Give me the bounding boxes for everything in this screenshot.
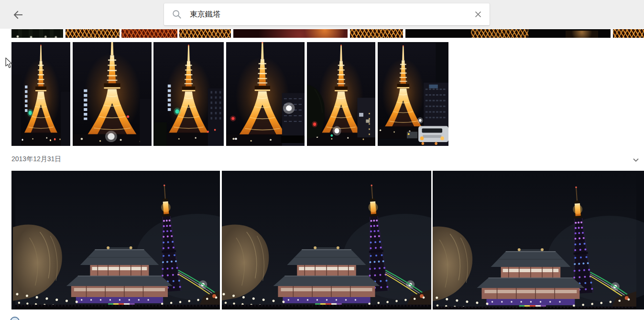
clear-search-button[interactable] bbox=[473, 9, 483, 20]
search-icon bbox=[172, 9, 182, 20]
truss-glow-patch bbox=[471, 29, 528, 38]
search-bar bbox=[164, 3, 490, 25]
photo-tokyo-tower-5[interactable] bbox=[307, 42, 375, 146]
photos-search-page: { "header": { "search_query": "東京鐵塔", "b… bbox=[0, 0, 644, 320]
photo-tokyo-tower-6[interactable] bbox=[378, 42, 448, 146]
photo-thumbnail-cropped-6[interactable] bbox=[350, 29, 403, 38]
tower-photo-art bbox=[226, 42, 305, 146]
tower-photo-art bbox=[153, 42, 224, 146]
photo-tokyo-tower-4[interactable] bbox=[226, 42, 305, 146]
temple-photo-art bbox=[222, 171, 431, 309]
tower-photo-art bbox=[11, 42, 70, 146]
photo-thumbnail-cropped-5[interactable] bbox=[233, 29, 348, 38]
window-glow-patch bbox=[566, 31, 599, 38]
photo-thumbnail-cropped-3[interactable] bbox=[121, 29, 177, 38]
tower-photo-art bbox=[307, 42, 375, 146]
date-collapse-button[interactable] bbox=[630, 154, 642, 166]
photo-thumbnail-cropped-8[interactable] bbox=[613, 29, 644, 38]
back-button[interactable] bbox=[12, 9, 24, 21]
photo-tokyo-tower-2[interactable] bbox=[73, 42, 152, 146]
photo-zojoji-temple-3[interactable] bbox=[433, 171, 644, 309]
photo-thumbnail-cropped-4[interactable] bbox=[179, 29, 231, 38]
photo-zojoji-temple-2[interactable] bbox=[222, 171, 431, 309]
temple-photo-art bbox=[433, 171, 644, 309]
tower-photo-art bbox=[73, 42, 152, 146]
chevron-down-icon bbox=[630, 154, 642, 166]
photo-thumbnail-cropped-1[interactable] bbox=[11, 29, 63, 38]
photo-tokyo-tower-1[interactable] bbox=[11, 42, 70, 146]
partial-circle-button[interactable] bbox=[10, 317, 20, 320]
app-header bbox=[0, 0, 644, 29]
photo-thumbnail-cropped-2[interactable] bbox=[65, 29, 120, 38]
close-icon bbox=[473, 9, 483, 20]
photo-tokyo-tower-3[interactable] bbox=[153, 42, 224, 146]
search-input[interactable] bbox=[190, 3, 458, 25]
photo-zojoji-temple-1[interactable] bbox=[11, 171, 220, 309]
temple-photo-art bbox=[11, 171, 220, 309]
tower-photo-art bbox=[378, 42, 448, 146]
photo-thumbnail-cropped-7[interactable] bbox=[405, 29, 611, 38]
arrow-left-icon bbox=[12, 9, 24, 21]
date-section-label: 2013年12月31日 bbox=[11, 155, 61, 164]
